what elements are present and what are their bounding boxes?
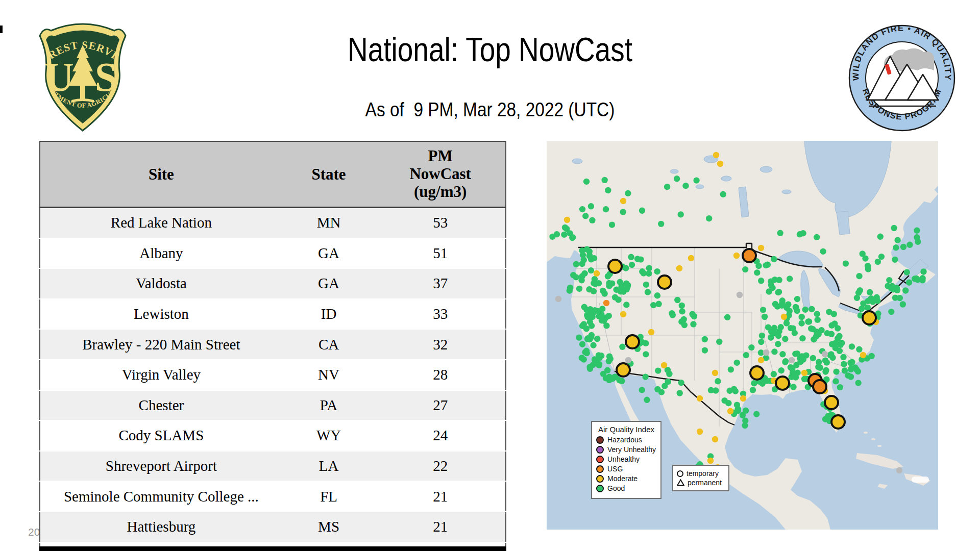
monitor-dot-good <box>743 408 749 414</box>
monitor-dot-nodata <box>763 349 769 356</box>
monitor-dot-good <box>576 335 582 341</box>
monitor-dot-good <box>623 265 629 271</box>
monitor-dot-good <box>658 221 664 227</box>
monitor-dot-moderate <box>707 458 714 464</box>
top-site-marker-moderate <box>626 335 639 348</box>
monitor-dot-good <box>625 282 631 288</box>
monitor-dot-good <box>875 259 881 265</box>
monitor-dot-good <box>642 374 648 380</box>
aqi-legend-label: Hazardous <box>607 436 642 444</box>
monitor-dot-good <box>902 287 909 293</box>
table-row: Shreveport AirportLA22 <box>40 451 506 482</box>
monitor-dot-good <box>765 262 771 268</box>
monitor-dot-good <box>906 280 912 286</box>
monitor-dot-good <box>762 314 768 320</box>
monitor-dot-good <box>646 265 652 271</box>
monitor-dot-good <box>815 317 821 323</box>
table-header-row: Site State PM NowCast (ug/m3) <box>40 141 506 208</box>
monitor-dot-good <box>643 282 649 288</box>
monitor-dot-good <box>682 183 689 189</box>
monitor-dot-good <box>581 356 587 362</box>
monitor-dot-good <box>805 318 811 324</box>
monitor-dot-good <box>731 386 737 392</box>
table-row: Seminole Community College ...FL21 <box>40 481 506 512</box>
column-header-pm-nowcast: PM NowCast (ug/m3) <box>375 141 506 208</box>
monitor-dot-good <box>888 309 894 315</box>
monitor-dot-good <box>792 350 798 357</box>
monitor-dot-good <box>848 360 854 366</box>
monitor-dot-moderate <box>594 270 600 277</box>
monitor-dot-good <box>708 387 714 393</box>
state-cell: FL <box>282 481 376 512</box>
site-cell: Cody SLAMS <box>40 420 282 451</box>
monitor-dot-good <box>742 266 748 272</box>
monitor-dot-nodata <box>822 351 828 357</box>
triangle-marker-icon <box>677 479 684 486</box>
aqi-legend-label: Unhealthy <box>607 455 640 463</box>
monitor-dot-good <box>787 276 793 282</box>
column-header-site: Site <box>40 141 282 208</box>
monitor-dot-good <box>678 211 684 217</box>
state-cell: GA <box>282 268 376 299</box>
table-row: Red Lake NationMN53 <box>40 208 506 238</box>
pm-cell: 37 <box>375 268 506 299</box>
monitor-dot-good <box>836 333 842 339</box>
monitor-dot-good <box>828 322 835 329</box>
monitor-dot-good <box>759 333 765 339</box>
monitor-dot-good <box>798 320 804 327</box>
monitor-dot-moderate <box>727 408 733 414</box>
monitor-dot-good <box>587 366 593 372</box>
state-cell: WY <box>282 420 376 451</box>
monitor-dot-moderate <box>712 436 718 442</box>
table-row: AlbanyGA51 <box>40 238 506 269</box>
monitor-dot-good <box>679 308 685 314</box>
monitor-dot-good <box>831 311 837 317</box>
monitor-dot-good <box>567 288 573 294</box>
monitor-dot-nodata <box>737 292 743 298</box>
monitor-dot-good <box>790 384 796 390</box>
monitor-dot-good <box>854 295 860 301</box>
monitor-dot-good <box>549 234 555 240</box>
monitor-dot-good <box>900 244 906 250</box>
monitor-dot-good <box>605 187 611 193</box>
monitor-dot-good <box>775 333 781 339</box>
monitor-dot-good <box>586 286 592 292</box>
top-nowcast-table: Site State PM NowCast (ug/m3) Red Lake N… <box>39 141 506 551</box>
monitor-dot-good <box>797 231 803 237</box>
monitor-dot-nodata <box>555 296 561 302</box>
aqi-legend-label: USG <box>607 465 623 473</box>
monitor-dot-good <box>583 179 590 185</box>
monitor-dot-good <box>579 261 585 267</box>
monitor-dot-good <box>586 252 593 258</box>
monitor-dot-good <box>878 254 885 260</box>
aqi-legend-item: USG <box>596 465 656 473</box>
state-cell: NV <box>282 360 376 390</box>
pm-cell: 22 <box>375 451 506 482</box>
top-site-marker-moderate <box>863 311 876 324</box>
usg-swatch-icon <box>596 465 604 473</box>
monitor-dot-good <box>893 244 899 251</box>
monitor-dot-good <box>625 190 631 196</box>
monitor-dot-good <box>783 320 790 326</box>
monitor-dot-good <box>654 292 660 298</box>
monitor-dot-good <box>596 280 602 286</box>
monitor-dot-good <box>748 344 754 350</box>
state-cell: ID <box>282 299 376 330</box>
monitor-dot-good <box>702 347 708 354</box>
monitor-dot-good <box>641 270 647 276</box>
monitor-dot-good <box>845 372 851 379</box>
table-row: HattiesburgMS21 <box>40 512 506 542</box>
monitor-dot-moderate <box>648 329 654 335</box>
monitor-dot-good <box>849 343 855 349</box>
pm-header-line: PM <box>376 147 505 165</box>
monitor-dot-good <box>855 380 861 386</box>
site-cell: Red Lake Nation <box>40 208 282 238</box>
monitor-dot-good <box>590 342 596 348</box>
pm-cell: 33 <box>375 299 506 330</box>
monitor-dot-good <box>715 378 721 384</box>
monitor-dot-good <box>822 368 828 374</box>
monitor-dot-good <box>650 302 656 308</box>
monitor-dot-good <box>720 191 726 197</box>
monitor-dot-good <box>570 272 576 278</box>
site-cell: Albany <box>40 238 282 269</box>
